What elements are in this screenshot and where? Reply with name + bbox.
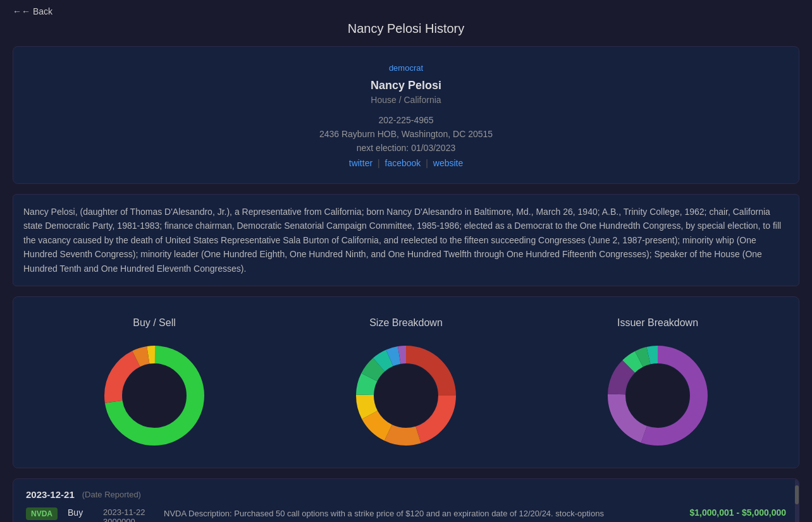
- politician-info: House / California: [28, 95, 784, 105]
- facebook-link[interactable]: facebook: [385, 158, 421, 168]
- trade-type: Buy: [68, 507, 93, 518]
- trade-quantity: 3000000: [103, 517, 154, 522]
- issuer-breakdown-title: Issuer Breakdown: [617, 317, 698, 329]
- back-link[interactable]: ← ← Back: [13, 6, 52, 16]
- trade-date: 2023-11-22: [103, 507, 154, 517]
- buy-sell-title: Buy / Sell: [133, 317, 176, 329]
- trade-dates: 2023-11-22 3000000: [103, 507, 154, 522]
- transaction-header: 2023-12-21 (Date Reported): [26, 489, 786, 500]
- address: 2436 Rayburn HOB, Washington, DC 20515: [28, 129, 784, 139]
- twitter-link[interactable]: twitter: [349, 158, 372, 168]
- size-breakdown-title: Size Breakdown: [369, 317, 443, 329]
- transaction-date: 2023-12-21: [26, 489, 75, 500]
- divider1: |: [378, 158, 380, 168]
- party-badge: democrat: [384, 62, 428, 74]
- svg-point-22: [626, 364, 689, 427]
- ticker-badge: NVDA: [26, 507, 58, 520]
- charts-card: Buy / Sell Si: [13, 296, 799, 468]
- svg-point-15: [374, 364, 438, 427]
- divider2: |: [426, 158, 428, 168]
- scrollbar[interactable]: [795, 479, 799, 522]
- profile-card: democrat Nancy Pelosi House / California…: [13, 46, 799, 184]
- charts-row: Buy / Sell Si: [28, 317, 784, 452]
- bio-text: Nancy Pelosi, (daughter of Thomas D'Ales…: [23, 205, 789, 276]
- svg-point-4: [123, 364, 186, 427]
- bio-card: Nancy Pelosi, (daughter of Thomas D'Ales…: [13, 194, 799, 286]
- issuer-breakdown-chart-section: Issuer Breakdown: [532, 317, 784, 452]
- website-link[interactable]: website: [433, 158, 463, 168]
- scrollbar-thumb: [795, 485, 799, 504]
- social-links: twitter | facebook | website: [28, 158, 784, 168]
- phone: 202-225-4965: [28, 115, 784, 125]
- page-title: Nancy Pelosi History: [13, 21, 799, 36]
- back-arrow-icon: ←: [13, 6, 22, 16]
- back-label: ← Back: [22, 6, 52, 16]
- transaction-row: NVDA Buy 2023-11-22 3000000 NVDA Descrip…: [26, 507, 786, 522]
- trade-amount: $1,000,001 - $5,000,000: [689, 507, 786, 518]
- date-reported-label: (Date Reported): [82, 490, 141, 499]
- next-election: next election: 01/03/2023: [28, 143, 784, 153]
- size-breakdown-donut: [349, 339, 463, 452]
- trade-description: NVDA Description: Purchased 50 call opti…: [164, 507, 679, 520]
- transaction-card: 2023-12-21 (Date Reported) NVDA Buy 2023…: [13, 478, 799, 522]
- buy-sell-donut: [97, 339, 211, 452]
- size-breakdown-chart-section: Size Breakdown: [280, 317, 532, 452]
- politician-name: Nancy Pelosi: [28, 79, 784, 92]
- issuer-breakdown-donut: [601, 339, 715, 452]
- buy-sell-chart-section: Buy / Sell: [28, 317, 280, 452]
